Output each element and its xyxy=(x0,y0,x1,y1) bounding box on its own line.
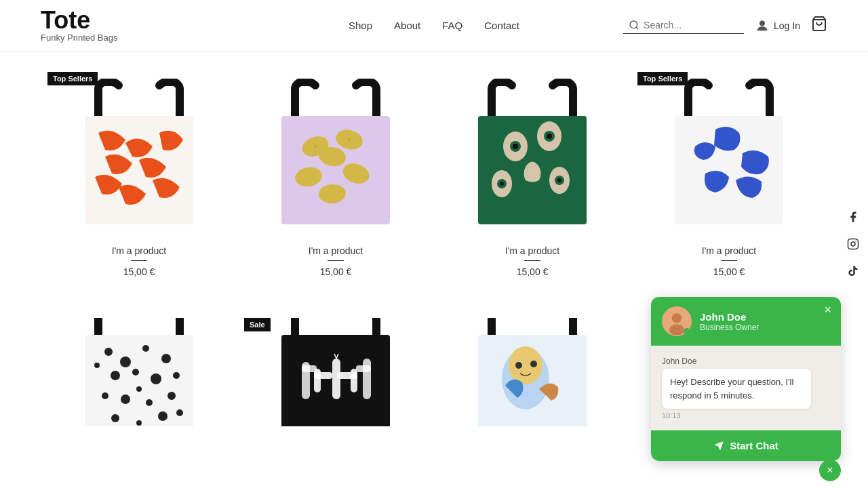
start-chat-label: Start Chat xyxy=(730,440,778,451)
product-title-2: I'm a product xyxy=(309,245,363,256)
svg-point-69 xyxy=(672,313,682,323)
svg-point-42 xyxy=(94,363,100,368)
svg-point-30 xyxy=(120,357,131,367)
chat-avatar xyxy=(662,306,692,336)
product-image-6 xyxy=(244,318,427,426)
svg-point-32 xyxy=(161,354,171,363)
product-title-3: I'm a product xyxy=(505,245,560,256)
product-card-3[interactable]: I'm a product 15,00 € xyxy=(434,65,631,284)
product-image-4 xyxy=(637,72,821,235)
login-button[interactable]: Log In xyxy=(755,18,800,33)
product-card-4[interactable]: Top Sellers I'm a product 15,00 € xyxy=(631,65,827,284)
tiktok-icon[interactable] xyxy=(844,262,863,281)
search-input[interactable] xyxy=(644,20,738,30)
svg-point-13 xyxy=(348,138,351,141)
search-icon xyxy=(629,20,639,30)
product-price-2: 15,00 € xyxy=(320,266,352,277)
chat-message-sender: John Doe xyxy=(662,357,830,366)
svg-point-67 xyxy=(855,241,856,242)
svg-rect-65 xyxy=(848,239,859,249)
chat-message-time: 10:13 xyxy=(662,411,830,420)
start-chat-button[interactable]: Start Chat xyxy=(651,430,841,458)
product-title-1: I'm a product xyxy=(112,245,167,256)
svg-point-20 xyxy=(547,134,552,139)
product-card-2[interactable]: I'm a product 15,00 € xyxy=(237,65,434,284)
nav-about[interactable]: About xyxy=(394,20,420,31)
svg-point-63 xyxy=(530,361,537,367)
cart-button[interactable] xyxy=(811,16,827,35)
product-card-6[interactable]: Sale xyxy=(237,311,434,444)
product-title-4: I'm a product xyxy=(702,245,757,256)
product-image-3 xyxy=(441,72,624,235)
nav-contact[interactable]: Contact xyxy=(484,20,519,31)
product-image-7 xyxy=(441,318,624,426)
chat-close-button[interactable]: × xyxy=(824,304,831,316)
svg-point-36 xyxy=(102,392,108,399)
top-sellers-badge-1: Top Sellers xyxy=(47,72,98,85)
svg-point-66 xyxy=(851,242,855,246)
svg-point-61 xyxy=(509,346,542,384)
main-nav: Shop About FAQ Contact xyxy=(349,20,519,31)
product-divider-2 xyxy=(328,260,344,261)
chat-message-text: Hey! Describe your question, I'll respon… xyxy=(670,377,793,401)
product-divider-4 xyxy=(721,260,737,261)
svg-point-26 xyxy=(557,178,561,182)
svg-rect-52 xyxy=(337,372,357,379)
send-icon xyxy=(713,441,724,451)
social-sidebar xyxy=(838,202,868,286)
instagram-icon[interactable] xyxy=(844,235,863,253)
product-image-5 xyxy=(47,318,231,426)
product-image-1 xyxy=(47,72,231,235)
user-icon xyxy=(755,18,770,33)
product-card-1[interactable]: Top Sellers xyxy=(41,65,237,284)
product-divider-1 xyxy=(131,260,147,261)
svg-point-2 xyxy=(760,20,764,25)
svg-rect-55 xyxy=(363,359,371,399)
svg-point-45 xyxy=(136,420,142,426)
search-bar[interactable] xyxy=(623,17,744,34)
logo-title: Tote xyxy=(41,8,117,33)
top-sellers-badge-2: Top Sellers xyxy=(637,72,688,85)
facebook-icon[interactable] xyxy=(844,207,863,226)
nav-faq[interactable]: FAQ xyxy=(442,20,462,31)
svg-point-23 xyxy=(500,182,504,186)
product-card-7[interactable] xyxy=(434,311,631,444)
chat-header-info: John Doe Business Owner xyxy=(700,311,830,332)
svg-point-12 xyxy=(314,145,317,148)
product-grid-row1: Top Sellers xyxy=(41,65,827,284)
avatar-online-indicator xyxy=(684,328,690,335)
logo-subtitle: Funky Printed Bags xyxy=(41,33,117,43)
chat-header: John Doe Business Owner × xyxy=(651,297,841,346)
logo-area: Tote Funky Printed Bags xyxy=(41,8,117,43)
svg-point-17 xyxy=(513,144,518,149)
chat-message-bubble: Hey! Describe your question, I'll respon… xyxy=(662,369,811,409)
product-price-3: 15,00 € xyxy=(517,266,549,277)
chat-agent-role: Business Owner xyxy=(700,323,830,332)
product-image-2 xyxy=(244,72,427,235)
svg-point-39 xyxy=(167,392,176,400)
chat-body: John Doe Hey! Describe your question, I'… xyxy=(651,346,841,430)
svg-rect-54 xyxy=(302,365,317,372)
svg-point-31 xyxy=(142,345,149,352)
svg-point-44 xyxy=(111,414,119,422)
svg-point-35 xyxy=(151,373,161,384)
svg-point-43 xyxy=(176,409,183,416)
svg-rect-50 xyxy=(314,372,332,379)
sale-badge: Sale xyxy=(244,318,271,331)
chat-agent-name: John Doe xyxy=(700,311,830,323)
svg-point-34 xyxy=(132,369,139,375)
svg-point-0 xyxy=(630,21,637,28)
login-label: Log In xyxy=(774,20,800,31)
svg-rect-5 xyxy=(281,116,390,224)
svg-point-38 xyxy=(146,399,153,406)
svg-point-37 xyxy=(121,394,130,404)
svg-rect-56 xyxy=(356,365,371,372)
svg-line-1 xyxy=(636,27,638,29)
product-card-5[interactable] xyxy=(41,311,237,444)
svg-point-62 xyxy=(515,362,522,369)
svg-rect-48 xyxy=(332,359,340,399)
nav-shop[interactable]: Shop xyxy=(349,20,372,31)
cart-icon-svg xyxy=(811,16,827,32)
product-price-4: 15,00 € xyxy=(713,266,745,277)
svg-point-40 xyxy=(136,386,142,392)
